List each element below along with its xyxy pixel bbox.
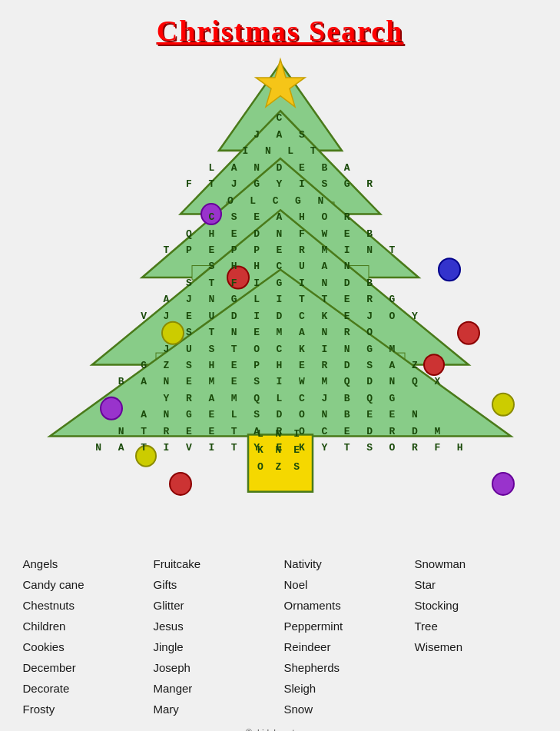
word-item: Joseph <box>154 659 277 677</box>
word-column-3: NativityNoelOrnamentsPeppermintReindeerS… <box>280 555 411 719</box>
word-item: Gifts <box>154 576 277 594</box>
word-column-1: AngelsCandy caneChestnutsChildrenCookies… <box>19 555 150 719</box>
word-item: Stocking <box>415 596 538 615</box>
trunk-letters: L N IK N EO Z S <box>257 426 303 475</box>
word-item: Manger <box>154 679 277 698</box>
copyright: ©akidsheart.com <box>245 728 314 731</box>
word-item: Wisemen <box>415 638 538 656</box>
svg-point-14 <box>492 394 514 416</box>
word-item: Cookies <box>23 638 146 656</box>
word-item: Fruitcake <box>154 555 277 573</box>
word-item: Snowman <box>415 555 538 573</box>
word-item: Glitter <box>154 596 277 615</box>
word-item: Sleigh <box>284 679 407 698</box>
word-item: Shepherds <box>284 659 407 677</box>
page-title: Christmas Search <box>157 14 404 48</box>
word-item: Star <box>415 576 538 594</box>
word-column-4: SnowmanStarStockingTreeWisemen <box>411 555 542 719</box>
word-item: Snow <box>284 700 407 719</box>
word-item: Candy cane <box>23 576 146 594</box>
word-item: Nativity <box>284 555 407 573</box>
word-item: December <box>23 659 146 677</box>
svg-point-15 <box>170 473 191 495</box>
word-search-grid: C J A S I N L T L A N D E B A F T J G Y … <box>95 94 464 473</box>
word-column-2: FruitcakeGiftsGlitterJesusJingleJosephMa… <box>150 555 280 719</box>
word-list-grid: AngelsCandy caneChestnutsChildrenCookies… <box>19 555 542 719</box>
word-item: Jesus <box>154 617 277 636</box>
word-list-section: AngelsCandy caneChestnutsChildrenCookies… <box>12 555 549 719</box>
word-item: Ornaments <box>284 596 407 615</box>
word-item: Angels <box>23 555 146 573</box>
tree-container: C J A S I N L T L A N D E B A F T J G Y … <box>42 55 519 547</box>
word-item: Tree <box>415 617 538 636</box>
word-item: Peppermint <box>284 617 407 636</box>
word-item: Jingle <box>154 638 277 656</box>
svg-point-16 <box>492 473 514 495</box>
word-item: Reindeer <box>284 638 407 656</box>
word-item: Chestnuts <box>23 596 146 615</box>
word-item: Noel <box>284 576 407 594</box>
word-item: Decorate <box>23 679 146 698</box>
word-item: Frosty <box>23 700 146 719</box>
word-item: Mary <box>154 700 277 719</box>
word-item: Children <box>23 617 146 636</box>
